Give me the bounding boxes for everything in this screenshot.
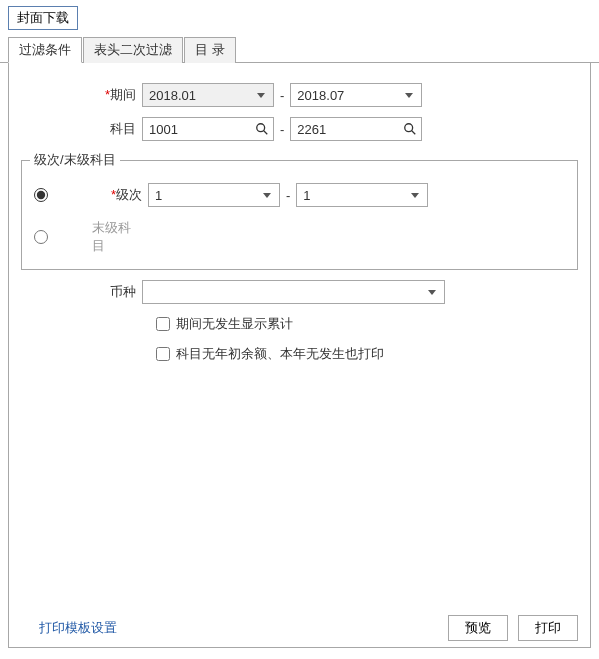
subject-label: 科目	[17, 120, 142, 138]
period-from-value: 2018.01	[149, 88, 196, 103]
search-icon[interactable]	[255, 122, 269, 136]
tab-header-filter[interactable]: 表头二次过滤	[83, 37, 183, 63]
tab-filter[interactable]: 过滤条件	[8, 37, 82, 63]
period-label: *期间	[17, 86, 142, 104]
svg-line-3	[412, 131, 416, 135]
level-radio-row: *级次 1 - 1	[30, 183, 569, 207]
currency-label: 币种	[17, 283, 142, 301]
currency-select[interactable]	[142, 280, 445, 304]
svg-point-0	[257, 124, 265, 132]
filter-panel: *期间 2018.01 - 2018.07 科目 1001 - 2261 级次/…	[8, 63, 591, 648]
level-group-legend: 级次/末级科目	[30, 151, 120, 169]
search-icon[interactable]	[403, 122, 417, 136]
no-balance-label: 科目无年初余额、本年无发生也打印	[176, 345, 384, 363]
level-radio[interactable]	[34, 188, 48, 202]
subject-from-value: 1001	[149, 122, 178, 137]
no-balance-checkbox[interactable]	[156, 347, 170, 361]
period-from-select[interactable]: 2018.01	[142, 83, 274, 107]
subject-from-input[interactable]: 1001	[142, 117, 274, 141]
tab-contents[interactable]: 目 录	[184, 37, 236, 63]
level-group: 级次/末级科目 *级次 1 - 1 末级科目	[21, 151, 578, 270]
no-occur-checkbox[interactable]	[156, 317, 170, 331]
svg-line-1	[264, 131, 268, 135]
level-from-value: 1	[155, 188, 162, 203]
leaf-label: 末级科目	[58, 219, 148, 255]
subject-separator: -	[280, 122, 284, 137]
no-occur-row: 期间无发生显示累计	[152, 314, 582, 334]
cover-download-button[interactable]: 封面下载	[8, 6, 78, 30]
level-from-select[interactable]: 1	[148, 183, 280, 207]
leaf-radio-row: 末级科目	[30, 219, 569, 255]
no-balance-row: 科目无年初余额、本年无发生也打印	[152, 344, 582, 364]
leaf-radio[interactable]	[34, 230, 48, 244]
preview-button[interactable]: 预览	[448, 615, 508, 641]
level-separator: -	[286, 188, 290, 203]
period-to-select[interactable]: 2018.07	[290, 83, 422, 107]
footer: 打印模板设置 预览 打印	[9, 615, 590, 641]
period-separator: -	[280, 88, 284, 103]
level-to-select[interactable]: 1	[296, 183, 428, 207]
print-button[interactable]: 打印	[518, 615, 578, 641]
level-label: *级次	[58, 186, 148, 204]
no-occur-label: 期间无发生显示累计	[176, 315, 293, 333]
subject-to-value: 2261	[297, 122, 326, 137]
subject-row: 科目 1001 - 2261	[17, 117, 582, 141]
subject-to-input[interactable]: 2261	[290, 117, 422, 141]
period-row: *期间 2018.01 - 2018.07	[17, 83, 582, 107]
svg-point-2	[405, 124, 413, 132]
tab-bar: 过滤条件 表头二次过滤 目 录	[0, 36, 599, 63]
print-template-link[interactable]: 打印模板设置	[39, 619, 117, 637]
currency-row: 币种	[17, 280, 582, 304]
level-to-value: 1	[303, 188, 310, 203]
period-to-value: 2018.07	[297, 88, 344, 103]
